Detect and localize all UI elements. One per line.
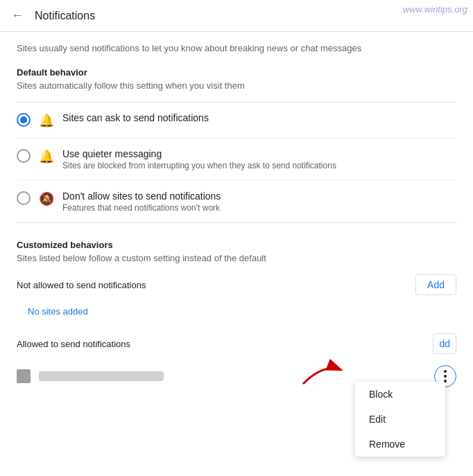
radio-label-block: Don't allow sites to send notifications (62, 191, 221, 202)
radio-desc-block: Features that need notifications won't w… (62, 203, 221, 213)
radio-option-quiet[interactable]: 🔔 Use quieter messaging Sites are blocke… (17, 139, 456, 181)
bell-icon-ask: 🔔 (39, 113, 54, 128)
radio-option-ask[interactable]: 🔔 Sites can ask to send notifications (17, 103, 456, 139)
allowed-label: Allowed to send notifications (17, 339, 130, 349)
default-behavior-section: Default behavior Sites automatically fol… (17, 67, 456, 91)
radio-circle-ask[interactable] (17, 113, 31, 127)
radio-label-ask: Sites can ask to send notifications (62, 112, 209, 123)
default-behavior-title: Default behavior (17, 67, 456, 78)
context-menu-edit[interactable]: Edit (355, 407, 445, 432)
main-content: Sites usually send notifications to let … (0, 32, 473, 404)
customized-behaviors-title: Customized behaviors (17, 240, 456, 250)
dot-1 (444, 370, 447, 373)
radio-text-quiet: Use quieter messaging Sites are blocked … (62, 148, 336, 170)
radio-options-group: 🔔 Sites can ask to send notifications 🔔 … (17, 102, 456, 223)
site-favicon (17, 369, 31, 383)
no-sites-text: No sites added (17, 301, 456, 322)
allowed-header: Allowed to send notifications dd (17, 333, 456, 354)
site-url-blurred (39, 371, 164, 381)
radio-circle-block[interactable] (17, 191, 31, 205)
radio-text-ask: Sites can ask to send notifications (62, 112, 209, 125)
not-allowed-label: Not allowed to send notifications (17, 280, 146, 290)
customized-behaviors-section: Customized behaviors Sites listed below … (17, 240, 456, 263)
not-allowed-add-button[interactable]: Add (415, 274, 456, 295)
header: ← Notifications (0, 0, 473, 32)
context-menu-remove[interactable]: Remove (355, 432, 445, 457)
context-menu: Block Edit Remove (355, 382, 445, 457)
page-subtitle: Sites usually send notifications to let … (17, 43, 456, 53)
radio-option-block[interactable]: 🔕 Don't allow sites to send notification… (17, 181, 456, 222)
dot-2 (444, 375, 447, 378)
context-menu-block[interactable]: Block (355, 382, 445, 407)
radio-circle-quiet[interactable] (17, 149, 31, 163)
not-allowed-header: Not allowed to send notifications Add (17, 274, 456, 295)
radio-desc-quiet: Sites are blocked from interrupting you … (62, 161, 336, 170)
back-button[interactable]: ← (11, 8, 24, 23)
customized-behaviors-subtitle: Sites listed below follow a custom setti… (17, 253, 456, 263)
default-behavior-subtitle: Sites automatically follow this setting … (17, 80, 456, 91)
allowed-add-button[interactable]: dd (433, 333, 456, 354)
bell-slash-icon: 🔕 (39, 191, 54, 206)
radio-text-block: Don't allow sites to send notifications … (62, 191, 221, 213)
bell-icon-quiet: 🔔 (39, 149, 54, 164)
not-allowed-section: Not allowed to send notifications Add No… (17, 274, 456, 322)
page-title: Notifications (35, 10, 95, 22)
radio-label-quiet: Use quieter messaging (62, 148, 336, 159)
